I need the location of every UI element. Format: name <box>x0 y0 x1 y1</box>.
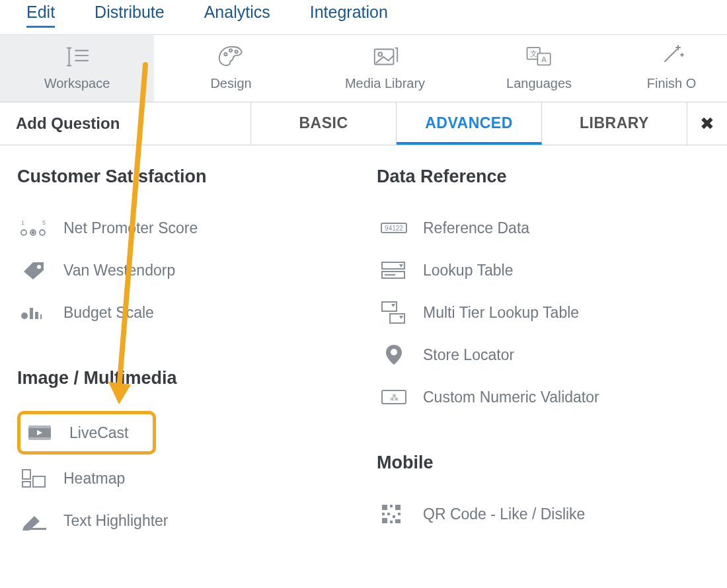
nav-analytics[interactable]: Analytics <box>204 3 270 28</box>
svg-rect-37 <box>382 302 397 311</box>
svg-rect-52 <box>395 519 401 523</box>
svg-point-19 <box>21 312 28 319</box>
toolbar-label: Design <box>210 76 251 91</box>
qr-code-icon <box>379 503 408 525</box>
question-label: Text Highlighter <box>63 512 169 530</box>
svg-rect-45 <box>390 505 393 507</box>
svg-rect-21 <box>35 312 38 319</box>
close-icon: ✖ <box>700 114 714 134</box>
section-image-multimedia: Image / Multimedia <box>17 368 350 388</box>
question-picker: Customer Satisfaction 1 5 Net Promoter S… <box>0 145 727 542</box>
svg-marker-38 <box>391 304 395 307</box>
question-label: Lookup Table <box>423 262 513 279</box>
svg-point-17 <box>40 230 45 235</box>
reference-data-icon: 94122 <box>379 217 408 239</box>
svg-rect-28 <box>22 482 30 487</box>
highlight-livecast: LiveCast <box>17 411 156 455</box>
nav-integration[interactable]: Integration <box>310 3 388 28</box>
svg-rect-49 <box>382 518 387 523</box>
svg-rect-53 <box>390 521 393 523</box>
svg-text:文: 文 <box>529 50 537 57</box>
svg-rect-44 <box>382 505 387 510</box>
film-icon <box>26 422 55 443</box>
numeric-validator-icon: ⁂ <box>379 386 408 408</box>
question-label: Budget Scale <box>63 304 154 322</box>
question-reference-data[interactable]: 94122 Reference Data <box>377 207 710 249</box>
wand-icon <box>657 44 686 69</box>
price-tag-icon <box>20 260 49 281</box>
question-label: Net Promoter Score <box>63 219 198 237</box>
svg-rect-20 <box>30 308 33 319</box>
svg-text:94122: 94122 <box>385 225 403 232</box>
palette-icon <box>217 44 246 69</box>
toolbar-finish[interactable]: Finish O <box>616 35 727 102</box>
section-customer-satisfaction: Customer Satisfaction <box>17 166 350 187</box>
svg-point-5 <box>235 50 237 53</box>
question-budget-scale[interactable]: Budget Scale <box>17 291 350 334</box>
svg-rect-25 <box>28 437 51 440</box>
left-column: Customer Satisfaction 1 5 Net Promoter S… <box>17 165 350 542</box>
svg-text:A: A <box>541 55 547 63</box>
svg-rect-46 <box>395 505 401 510</box>
svg-rect-39 <box>390 314 404 323</box>
question-label: LiveCast <box>69 424 128 442</box>
toolbar-label: Finish O <box>647 76 696 91</box>
highlighter-icon <box>20 510 49 531</box>
toolbar-languages[interactable]: 文 A Languages <box>462 35 616 102</box>
toolbar-label: Languages <box>506 76 572 91</box>
right-column: Data Reference 94122 Reference Data <box>377 165 710 542</box>
question-label: Custom Numeric Validator <box>423 388 599 406</box>
question-label: Heatmap <box>63 470 125 488</box>
budget-scale-icon <box>20 302 49 323</box>
svg-rect-27 <box>22 470 30 479</box>
subtab-bar: Add Question BASIC ADVANCED LIBRARY ✖ <box>0 102 727 145</box>
question-nps[interactable]: 1 5 Net Promoter Score <box>17 207 350 249</box>
question-label: Store Locator <box>423 346 514 364</box>
question-custom-numeric-validator[interactable]: ⁂ Custom Numeric Validator <box>377 376 710 418</box>
svg-marker-34 <box>399 264 403 268</box>
subtab-library[interactable]: LIBRARY <box>542 102 687 145</box>
section-data-reference: Data Reference <box>377 166 710 187</box>
svg-text:1: 1 <box>21 219 24 226</box>
svg-text:⁂: ⁂ <box>390 392 399 402</box>
image-icon <box>371 44 400 69</box>
svg-point-3 <box>224 53 227 55</box>
question-qr-like-dislike[interactable]: QR Code - Like / Dislike <box>377 493 710 535</box>
svg-point-4 <box>229 49 231 52</box>
question-lookup-table[interactable]: Lookup Table <box>377 249 710 291</box>
question-text-highlighter[interactable]: Text Highlighter <box>17 499 350 542</box>
question-label: Van Westendorp <box>63 262 175 279</box>
toolbar-media-library[interactable]: Media Library <box>308 35 462 102</box>
svg-rect-24 <box>28 425 51 428</box>
subtab-basic[interactable]: BASIC <box>251 102 397 145</box>
section-mobile: Mobile <box>377 453 710 473</box>
svg-rect-51 <box>398 513 401 515</box>
svg-point-18 <box>37 265 41 269</box>
question-store-locator[interactable]: Store Locator <box>377 334 710 376</box>
nps-icon: 1 5 <box>20 217 49 239</box>
question-label: Multi Tier Lookup Table <box>423 304 579 322</box>
question-livecast[interactable]: LiveCast <box>23 417 131 449</box>
close-panel-button[interactable]: ✖ <box>687 102 727 145</box>
top-nav: Edit Distribute Analytics Integration <box>0 0 727 35</box>
heatmap-icon <box>20 468 49 489</box>
question-label: Reference Data <box>423 219 529 237</box>
question-multi-tier-lookup[interactable]: Multi Tier Lookup Table <box>377 291 710 334</box>
svg-marker-40 <box>399 316 403 319</box>
svg-point-14 <box>21 230 26 235</box>
toolbar-label: Media Library <box>345 76 425 91</box>
toolbar-design[interactable]: Design <box>154 35 308 102</box>
nav-distribute[interactable]: Distribute <box>95 3 165 28</box>
toolbar-label: Workspace <box>44 76 110 91</box>
question-heatmap[interactable]: Heatmap <box>17 457 350 499</box>
svg-rect-29 <box>33 476 45 487</box>
add-question-title: Add Question <box>0 102 251 145</box>
subtab-advanced[interactable]: ADVANCED <box>397 102 542 145</box>
edit-toolbar: Workspace Design <box>0 35 727 102</box>
lookup-table-icon <box>379 260 408 281</box>
svg-text:5: 5 <box>42 219 46 226</box>
question-van-westendorp[interactable]: Van Westendorp <box>17 249 350 291</box>
svg-point-41 <box>391 349 397 355</box>
nav-edit[interactable]: Edit <box>26 3 55 28</box>
toolbar-workspace[interactable]: Workspace <box>0 35 154 102</box>
